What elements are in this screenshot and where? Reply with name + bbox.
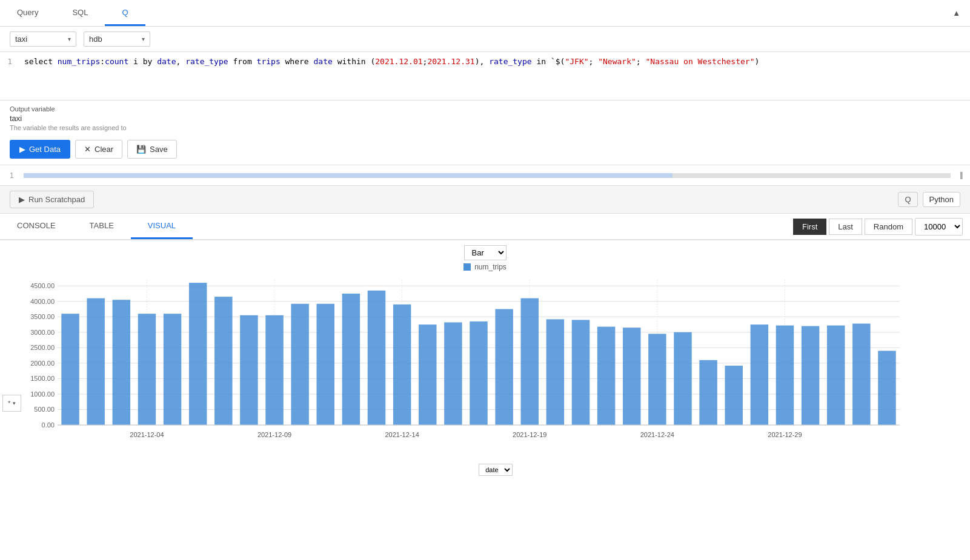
svg-rect-51 [700,360,717,425]
legend-dot-icon [463,263,471,271]
svg-rect-46 [572,320,590,425]
svg-rect-58 [878,351,895,425]
clear-button[interactable]: ✕ Clear [75,140,122,159]
q-label: Q [905,195,911,204]
svg-text:2021-12-24: 2021-12-24 [640,431,674,438]
last-label: Last [838,222,853,231]
db1-arrow-icon: ▾ [68,36,71,42]
code-editor[interactable]: 1 select num_trips:count i by date, rate… [0,52,970,100]
tab-query[interactable]: Query [0,0,55,26]
svg-text:1000.00: 1000.00 [31,390,55,398]
x-axis-controls: date [21,464,970,476]
results-scrollbar[interactable] [24,173,951,178]
results-row: 1 ▐ [0,165,970,186]
svg-rect-36 [317,304,334,425]
svg-text:3500.00: 3500.00 [31,313,55,320]
tab-sql-label: SQL [72,8,88,17]
svg-text:0.00: 0.00 [42,421,55,429]
result-line-num: 1 [5,171,19,180]
save-button[interactable]: 💾 Save [127,140,177,159]
last-button[interactable]: Last [829,219,862,235]
query-controls-row: taxi ▾ hdb ▾ [0,27,970,52]
chart-legend: num_trips [0,263,970,271]
svg-rect-34 [266,315,284,425]
svg-rect-28 [113,300,130,425]
svg-rect-39 [393,305,411,425]
chart-type-select[interactable]: Bar [464,245,507,260]
q-language-badge[interactable]: Q [898,192,917,207]
y-axis-label: * [8,400,10,407]
bottom-tab-bar: CONSOLE TABLE VISUAL First Last Random 1… [0,214,970,240]
svg-rect-52 [725,366,743,425]
svg-rect-41 [444,322,462,425]
legend-label: num_trips [474,263,507,271]
svg-rect-35 [291,304,309,425]
save-label: Save [150,145,168,154]
first-button[interactable]: First [793,219,826,235]
svg-rect-49 [648,334,666,425]
svg-text:500.00: 500.00 [35,406,55,413]
svg-rect-55 [802,326,819,425]
tab-console-label: CONSOLE [17,221,56,230]
svg-text:3000.00: 3000.00 [31,329,55,336]
output-var-label: Output variable [10,105,960,113]
tab-console[interactable]: CONSOLE [0,214,73,239]
pagination-controls: First Last Random 10000 [786,214,970,239]
svg-text:2500.00: 2500.00 [31,344,55,351]
svg-text:2000.00: 2000.00 [31,360,55,367]
line-number-1: 1 [7,57,12,66]
chart-svg-container: 0.00500.001000.001500.002000.002500.0030… [21,274,970,476]
scratchpad-right-controls: Q Python [898,192,960,207]
svg-rect-32 [214,297,232,425]
count-select[interactable]: 10000 [915,218,963,236]
get-data-button[interactable]: ▶ Get Data [10,140,70,159]
svg-rect-26 [62,314,79,425]
svg-rect-45 [546,319,564,425]
tab-query-label: Query [17,8,38,17]
db2-value: hdb [89,35,102,44]
svg-rect-37 [342,294,360,425]
svg-rect-50 [674,332,692,425]
database-dropdown-2[interactable]: hdb ▾ [84,31,150,47]
run-scratchpad-label: Run Scratchpad [28,195,85,204]
scratchpad-row: ▶ Run Scratchpad Q Python [0,186,970,214]
db2-arrow-icon: ▾ [142,36,145,42]
database-dropdown-1[interactable]: taxi ▾ [10,31,76,47]
random-button[interactable]: Random [865,219,912,235]
x-axis-select[interactable]: date [479,464,513,476]
tab-q-label: Q [122,8,128,17]
svg-rect-29 [138,314,156,425]
chart-top-controls: Bar [0,245,970,260]
svg-rect-56 [827,326,845,425]
play-icon: ▶ [19,145,25,154]
svg-rect-38 [368,291,385,425]
clear-x-icon: ✕ [84,145,91,154]
clear-label: Clear [95,145,113,154]
svg-rect-43 [496,309,513,425]
python-language-badge[interactable]: Python [923,192,960,207]
svg-rect-31 [189,283,207,425]
python-label: Python [929,195,954,204]
get-data-label: Get Data [29,145,61,154]
svg-rect-47 [597,327,615,425]
top-tab-bar: Query SQL Q ▲ [0,0,970,27]
tab-table[interactable]: TABLE [73,214,131,239]
chart-wrapper: * ▾ 0.00500.001000.001500.002000.002500.… [0,274,970,476]
run-scratchpad-button[interactable]: ▶ Run Scratchpad [10,191,94,208]
svg-text:4000.00: 4000.00 [31,298,55,305]
svg-rect-48 [623,328,640,425]
line-numbers: 1 [0,57,19,95]
right-scroll-icon[interactable]: ▐ [955,172,965,179]
collapse-button[interactable]: ▲ [943,0,970,26]
output-var-value: taxi [10,114,960,123]
svg-rect-33 [240,315,257,425]
tab-visual[interactable]: VISUAL [131,214,193,239]
svg-text:2021-12-19: 2021-12-19 [513,431,546,438]
output-variable-section: Output variable taxi The variable the re… [0,100,970,134]
y-axis-dropdown[interactable]: * ▾ [2,395,21,412]
svg-rect-42 [470,321,488,425]
svg-text:2021-12-09: 2021-12-09 [257,431,291,438]
code-content[interactable]: select num_trips:count i by date, rate_t… [19,57,970,95]
tab-sql[interactable]: SQL [55,0,105,26]
tab-q[interactable]: Q [105,0,145,26]
